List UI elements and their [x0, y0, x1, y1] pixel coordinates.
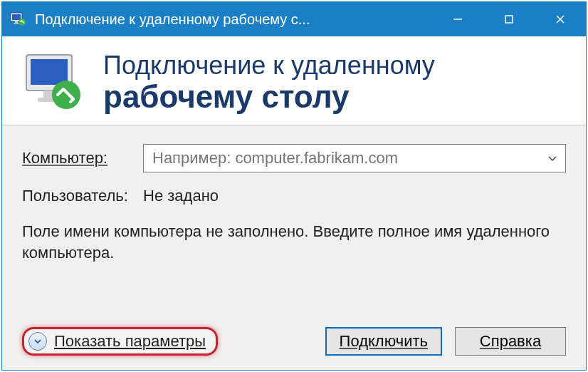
app-icon: [9, 11, 26, 28]
dialog-body: Компьютер: Пользователь: Не задано Поле …: [2, 125, 586, 370]
rdp-window: Подключение к удаленному рабочему с...: [1, 1, 587, 371]
svg-rect-1: [12, 14, 21, 20]
footer: Показать параметры Подключить Справка: [22, 319, 566, 356]
header-line1: Подключение к удаленному: [103, 51, 435, 80]
computer-label: Компьютер:: [22, 149, 143, 167]
maximize-button[interactable]: [483, 2, 535, 36]
user-row: Пользователь: Не задано: [22, 187, 566, 205]
show-options-label: Показать параметры: [54, 332, 206, 351]
computer-combobox[interactable]: [143, 144, 566, 172]
chevron-down-circle-icon: [28, 332, 47, 351]
svg-rect-3: [14, 23, 19, 24]
user-value: Не задано: [143, 187, 219, 205]
computer-row: Компьютер:: [22, 144, 566, 172]
svg-rect-2: [15, 21, 18, 23]
connect-button[interactable]: Подключить: [325, 327, 442, 356]
svg-rect-6: [505, 16, 513, 23]
header: Подключение к удаленному рабочему столу: [2, 36, 586, 125]
user-label: Пользователь:: [22, 187, 143, 205]
chevron-down-icon[interactable]: [540, 145, 565, 172]
header-line2: рабочему столу: [103, 80, 435, 114]
titlebar[interactable]: Подключение к удаленному рабочему с...: [2, 2, 586, 36]
computer-input[interactable]: [151, 148, 540, 168]
minimize-button[interactable]: [432, 2, 483, 36]
window-controls: [432, 2, 586, 36]
window-title: Подключение к удаленному рабочему с...: [35, 11, 432, 28]
svg-rect-10: [31, 59, 68, 85]
show-options-button[interactable]: Показать параметры: [22, 327, 218, 356]
header-text: Подключение к удаленному рабочему столу: [103, 51, 435, 114]
help-button[interactable]: Справка: [455, 327, 566, 356]
svg-point-4: [19, 19, 26, 26]
help-text: Поле имени компьютера не заполнено. Введ…: [22, 221, 566, 263]
rdp-icon: [22, 51, 86, 115]
close-button[interactable]: [535, 2, 586, 36]
